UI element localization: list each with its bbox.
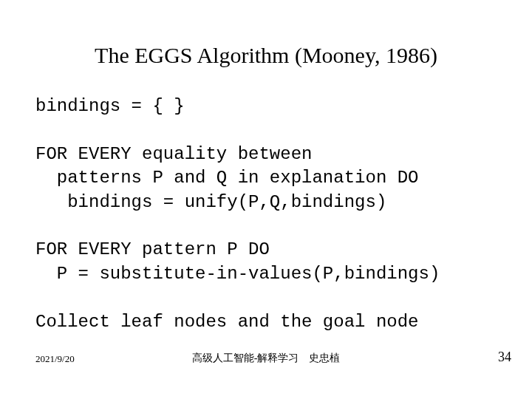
code-line: P = substitute-in-values(P,bindings) bbox=[35, 264, 440, 284]
footer-page-number: 34 bbox=[498, 349, 511, 365]
code-line: FOR EVERY equality between bbox=[35, 144, 312, 164]
slide-body: bindings = { } FOR EVERY equality betwee… bbox=[35, 95, 497, 334]
code-line: bindings = unify(P,Q,bindings) bbox=[35, 192, 386, 212]
footer-center: 高级人工智能-解释学习 史忠植 bbox=[35, 352, 497, 365]
code-line: FOR EVERY pattern P DO bbox=[35, 239, 270, 259]
slide-title: The EGGS Algorithm (Mooney, 1986) bbox=[35, 43, 497, 68]
code-line: Collect leaf nodes and the goal node bbox=[35, 312, 418, 332]
code-line: bindings = { } bbox=[35, 96, 185, 116]
code-line: patterns P and Q in explanation DO bbox=[35, 168, 418, 188]
slide: The EGGS Algorithm (Mooney, 1986) bindin… bbox=[0, 0, 532, 399]
